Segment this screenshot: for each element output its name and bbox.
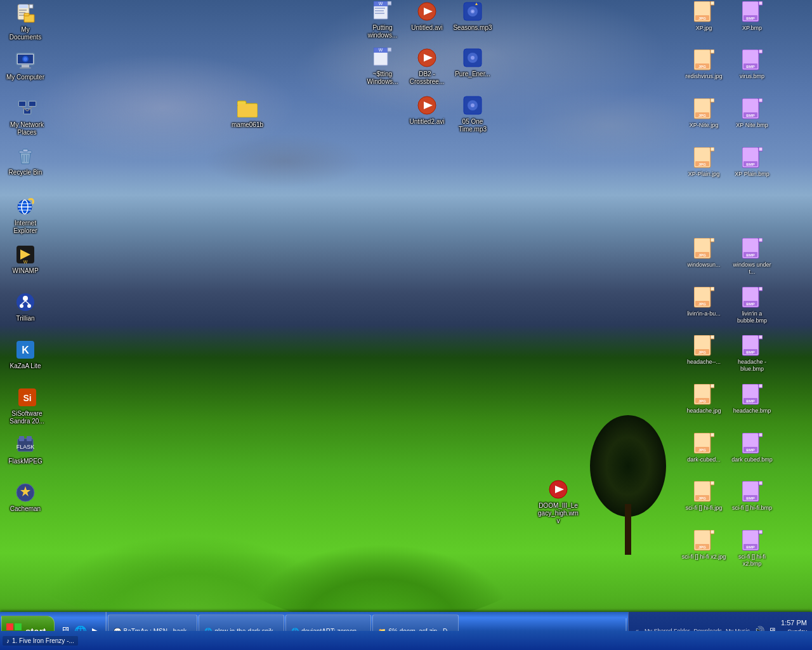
xp-plain-jpg-label: XP-Plain.jpg	[687, 170, 721, 178]
bmp11-img: BMP	[742, 530, 763, 553]
svg-point-37	[20, 304, 23, 308]
pure-ener-icon[interactable]: Pure_Ener...	[450, 48, 495, 79]
svg-rect-59	[375, 13, 384, 14]
svg-rect-170	[6, 623, 13, 630]
dark-cubed-bmp-label: dark cubed.bmp	[730, 456, 774, 464]
cacheman-icon[interactable]: Cacheman	[3, 482, 48, 514]
internet-explorer-icon[interactable]: Internet Explorer	[3, 197, 48, 235]
winamp-icon[interactable]: W WINAMP	[3, 244, 48, 275]
db2-icon[interactable]: DB2 - Crossbree...	[405, 48, 449, 86]
jpg10-img: JPG	[694, 481, 714, 504]
winamp-img: W	[15, 244, 36, 265]
my-computer-img	[15, 51, 36, 71]
my-network-img	[17, 98, 37, 119]
putting-windows-icon[interactable]: W Putting windows...	[360, 1, 405, 40]
bmp7-img: BMP	[742, 335, 763, 358]
svg-rect-87	[759, 1, 763, 5]
ie-label: Internet Explorer	[3, 219, 48, 235]
svg-rect-123	[710, 287, 714, 291]
redishvirus-label: redishvirus.jpg	[684, 72, 723, 81]
svg-rect-147	[710, 433, 714, 437]
my-computer-icon[interactable]: My Computer	[3, 51, 48, 82]
svg-rect-95	[759, 50, 763, 53]
doom-iii-icon[interactable]: DOOM_III_Legacy_high.wmv	[533, 479, 584, 526]
livin-bu-jpg-icon[interactable]: JPG livin'in-a-bu...	[680, 287, 728, 318]
sci-fi-x2-jpg-icon[interactable]: JPG sci-fi [] hi-fi x2.jpg	[680, 530, 728, 561]
svg-rect-127	[759, 287, 763, 291]
untitled2-avi-icon[interactable]: Untitled2.avi	[405, 95, 449, 126]
xp-bmp-label: XP.bmp	[741, 24, 763, 32]
media-player-bar[interactable]: ♪ 1. Five Iron Frenzy -...	[3, 636, 78, 646]
livin-bubble-bmp-icon[interactable]: BMP livin'in a bubble.bmp	[728, 287, 776, 325]
my-documents-img	[15, 3, 36, 23]
my-documents-label: My Documents	[3, 25, 48, 42]
mame061b-icon[interactable]: mame061b	[225, 98, 270, 129]
xp-plain-bmp-icon[interactable]: BMP XP Plain.bmp	[728, 147, 776, 178]
recycle-bin-icon[interactable]: Recycle Bin	[3, 146, 48, 177]
my-documents-icon[interactable]: My Documents	[3, 3, 48, 42]
svg-rect-163	[710, 530, 714, 534]
flaskmpeg-img: FLASK	[15, 435, 36, 455]
dark-cubed-jpg-label: dark-cubed...	[686, 456, 722, 464]
xp-nite-bmp-label: XP Nite.bmp	[735, 121, 769, 129]
untitled2-img	[417, 95, 437, 116]
livin-bu-label: livin'in-a-bu...	[686, 310, 722, 318]
jpg2-img: JPG	[694, 50, 714, 72]
svg-rect-159	[759, 481, 763, 485]
trillian-img	[15, 292, 36, 312]
dark-cubed-bmp-icon[interactable]: BMP dark cubed.bmp	[728, 433, 776, 464]
trillian-icon[interactable]: Trillian	[3, 292, 48, 323]
sci-fi-hi-fi-jpg-icon[interactable]: JPG sci-fi [] hi-fi.jpg	[680, 481, 728, 512]
windows-under-t-icon[interactable]: BMP windows under t...	[728, 238, 776, 276]
kazaa-icon[interactable]: K KaZaA Lite	[3, 340, 48, 371]
sci-fi-hi-fi-jpg-label: sci-fi [] hi-fi.jpg	[684, 504, 724, 512]
headache-jpg2-icon[interactable]: JPG headache--...	[680, 335, 728, 366]
kazaa-img: K	[15, 340, 36, 360]
xp-jpg-icon[interactable]: JPG XP.jpg	[680, 1, 728, 32]
cacheman-img	[15, 482, 36, 503]
svg-text:W: W	[23, 260, 28, 264]
flaskmpeg-icon[interactable]: FLASK FlaskMPEG	[3, 435, 48, 466]
svg-rect-23	[23, 149, 28, 152]
tting-windows-img: W	[372, 48, 393, 68]
svg-text:BMP: BMP	[746, 350, 754, 354]
svg-point-74	[471, 56, 475, 60]
virus-bmp-icon[interactable]: BMP virus.bmp	[728, 50, 776, 81]
headache-jpg-label: headache.jpg	[685, 407, 722, 415]
svg-rect-10	[22, 65, 29, 67]
windowsun-jpg-icon[interactable]: JPG windowsun...	[680, 238, 728, 269]
xp-nite-jpg-icon[interactable]: JPG XP-Nite.jpg	[680, 98, 728, 129]
redishvirus-jpg-icon[interactable]: JPG redishvirus.jpg	[680, 50, 728, 81]
svg-rect-115	[710, 238, 714, 242]
svg-point-38	[27, 304, 31, 308]
putting-windows-img: W	[372, 1, 393, 22]
dark-cubed-jpg-icon[interactable]: JPG dark-cubed...	[680, 433, 728, 464]
svg-rect-17	[29, 102, 36, 106]
headache-bmp-icon[interactable]: BMP headache.bmp	[728, 384, 776, 415]
svg-text:JPG: JPG	[698, 350, 705, 354]
svg-rect-69	[388, 48, 391, 51]
seasons-mp3-icon[interactable]: Seasons.mp3	[450, 1, 495, 32]
svg-rect-46	[19, 436, 24, 441]
bmp3-img: BMP	[742, 98, 763, 121]
xp-bmp-icon[interactable]: BMP XP.bmp	[728, 1, 776, 32]
headache-blue-bmp-icon[interactable]: BMP headache - blue.bmp	[728, 335, 776, 373]
os-one-time-img	[462, 95, 483, 116]
sci-fi-hi-fi-bmp-icon[interactable]: BMP sci-fi [] hi-fi.bmp	[728, 481, 776, 512]
svg-text:BMP: BMP	[746, 496, 754, 500]
db2-label: DB2 - Crossbree...	[405, 70, 449, 86]
svg-text:BMP: BMP	[746, 545, 754, 549]
tting-windows-icon[interactable]: W ~$tting Windows...	[360, 48, 405, 86]
sci-fi-x2-bmp-icon[interactable]: BMP sci-fi [] hi-fi x2.bmp	[728, 530, 776, 568]
os-one-time-icon[interactable]: 05 One Time.mp3	[450, 95, 495, 134]
seasons-img	[462, 1, 483, 22]
mame-label: mame061b	[230, 121, 265, 129]
my-network-places-icon[interactable]: My Network Places	[3, 98, 51, 137]
xp-plain-jpg-icon[interactable]: JPG XP-Plain.jpg	[680, 147, 728, 178]
sisoftware-icon[interactable]: Si SiSoftware Sandra 20...	[3, 387, 51, 426]
svg-rect-83	[710, 1, 714, 5]
xp-nite-bmp-icon[interactable]: BMP XP Nite.bmp	[728, 98, 776, 129]
headache-jpg-icon[interactable]: JPG headache.jpg	[680, 384, 728, 415]
untitled-avi-icon[interactable]: Untitled.avi	[405, 1, 449, 32]
headache-blue-bmp-label: headache - blue.bmp	[728, 358, 776, 373]
